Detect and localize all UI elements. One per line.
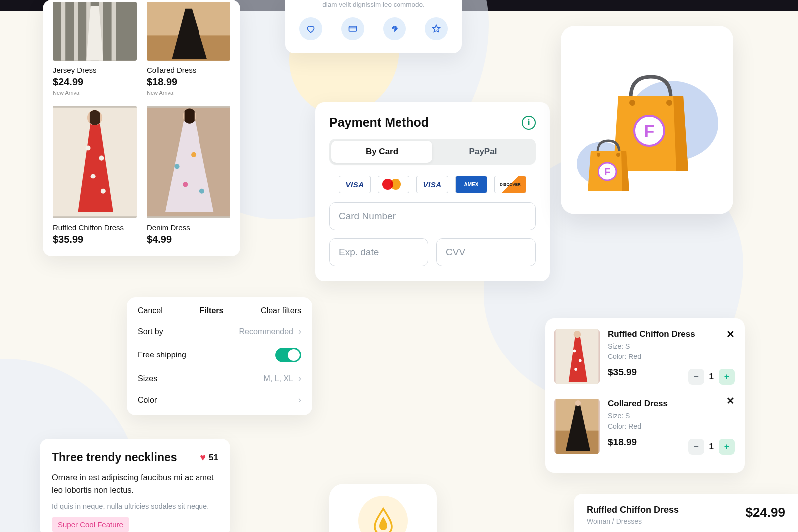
payment-title: Payment Method [329, 115, 429, 130]
product-image [53, 2, 137, 61]
card-number-input[interactable]: Card Number [329, 202, 536, 230]
feature-badge: Super Cool Feature [52, 517, 129, 532]
article-card: Three trendy necklines ♥51 Ornare in est… [40, 439, 230, 532]
quantity-stepper: − 1 + [688, 369, 735, 385]
product-name: Collared Dress [147, 66, 230, 74]
card-pay-button[interactable] [341, 17, 364, 40]
card-brand-logos: VISA VISA AMEX DISCOVER [329, 176, 536, 193]
payment-tabs: By Card PayPal [329, 139, 536, 165]
product-name: Jersey Dress [53, 66, 137, 74]
filter-row-color[interactable]: Color › [138, 395, 301, 405]
qty-value: 1 [709, 442, 714, 452]
product-image [147, 2, 230, 61]
svg-point-39 [575, 400, 581, 406]
info-button[interactable]: i [522, 116, 536, 130]
product-price: $18.99 [147, 76, 230, 88]
svg-point-17 [183, 182, 188, 187]
color-label: Color [138, 396, 157, 405]
sizes-value: M, L, XL [263, 374, 293, 383]
cart-item-color: Color: Red [608, 353, 641, 360]
amex-logo: AMEX [455, 176, 487, 193]
svg-point-16 [191, 152, 196, 157]
likes-counter[interactable]: ♥51 [200, 452, 218, 463]
favorite-button[interactable] [299, 17, 322, 40]
qty-plus-button[interactable]: + [719, 439, 735, 455]
product-card[interactable]: Ruffled Chiffon Dress $35.99 [53, 106, 137, 245]
cart-item-name: Collared Dress [608, 399, 736, 409]
exp-date-input[interactable]: Exp. date [329, 238, 428, 266]
chevron-right-icon: › [298, 395, 301, 405]
article-subtext: Id quis in neque, nulla ultricies sodale… [52, 502, 218, 510]
qty-minus-button[interactable]: − [688, 369, 704, 385]
clear-filters-button[interactable]: Clear filters [261, 306, 301, 315]
svg-point-11 [91, 174, 96, 179]
remove-item-button[interactable]: ✕ [726, 395, 735, 407]
star-icon [431, 24, 441, 34]
svg-point-22 [629, 100, 635, 106]
product-detail-bar: Ruffled Chiffon Dress Woman / Dresses $2… [574, 494, 798, 532]
payment-method-card: Payment Method i By Card PayPal VISA VIS… [315, 102, 550, 281]
quantity-stepper: − 1 + [688, 439, 735, 455]
shopping-bag-illustration: F F [561, 26, 733, 214]
cart-item-name: Ruffled Chiffon Dress [608, 329, 736, 339]
cart-card: Ruffled Chiffon Dress Size: SColor: Red … [545, 318, 745, 473]
product-card[interactable]: Denim Dress $4.99 [147, 106, 230, 245]
likes-count: 51 [209, 453, 218, 463]
visa-electron-logo: VISA [416, 176, 448, 193]
product-price: $24.99 [53, 76, 137, 88]
svg-point-35 [574, 368, 577, 371]
filter-row-sizes[interactable]: Sizes M, L, XL› [138, 373, 301, 384]
cvv-input[interactable]: CVV [436, 238, 536, 266]
visa-logo: VISA [339, 176, 371, 193]
product-grid-card: Jersey Dress $24.99 New Arrival Collared… [43, 0, 240, 256]
heart-icon: ♥ [200, 452, 206, 463]
svg-rect-20 [349, 26, 357, 31]
filter-row-shipping: Free shipping [138, 348, 301, 362]
svg-point-12 [101, 189, 106, 194]
cart-item-image [554, 329, 600, 384]
svg-point-23 [666, 100, 672, 106]
qty-minus-button[interactable]: − [688, 439, 704, 455]
qty-plus-button[interactable]: + [719, 369, 735, 385]
free-shipping-label: Free shipping [138, 351, 186, 359]
free-shipping-toggle[interactable] [275, 348, 301, 362]
remove-item-button[interactable]: ✕ [726, 328, 735, 340]
svg-point-36 [574, 331, 581, 338]
bag-small-icon: F [584, 130, 633, 194]
product-name: Ruffled Chiffon Dress [587, 505, 679, 515]
tab-by-card[interactable]: By Card [331, 141, 432, 163]
promo-card [329, 484, 437, 532]
card-caption: diam velit dignissim leo commodo. [297, 1, 450, 8]
sizes-label: Sizes [138, 374, 157, 383]
product-tag: New Arrival [53, 90, 137, 96]
svg-point-28 [616, 153, 620, 157]
filter-row-sort[interactable]: Sort by Recommended› [138, 326, 301, 337]
cancel-button[interactable]: Cancel [138, 306, 163, 315]
product-price: $35.99 [53, 234, 137, 245]
cart-item-size: Size: S [608, 412, 630, 420]
product-card[interactable]: Jersey Dress $24.99 New Arrival [53, 2, 137, 96]
star-button[interactable] [425, 17, 448, 40]
fingerprint-button[interactable] [383, 17, 406, 40]
article-body: Ornare in est adipiscing faucibus mi ac … [52, 471, 218, 496]
heart-icon [306, 24, 316, 34]
svg-point-27 [597, 153, 600, 157]
article-title: Three trendy necklines [52, 451, 177, 464]
cart-item-color: Color: Red [608, 422, 641, 430]
product-name: Ruffled Chiffon Dress [53, 223, 137, 232]
product-card[interactable]: Collared Dress $18.99 New Arrival [147, 2, 230, 96]
svg-text:F: F [644, 121, 655, 140]
info-icon: i [528, 118, 530, 128]
cart-item-size: Size: S [608, 342, 630, 350]
tab-paypal[interactable]: PayPal [432, 141, 534, 163]
chevron-right-icon: › [298, 326, 301, 337]
cart-item-image [554, 399, 600, 454]
product-category: Woman / Dresses [587, 517, 679, 525]
qty-value: 1 [709, 372, 714, 382]
svg-point-10 [99, 156, 104, 161]
product-price: $4.99 [147, 234, 230, 245]
svg-rect-2 [74, 2, 78, 61]
product-image [147, 106, 230, 218]
cart-item: Ruffled Chiffon Dress Size: SColor: Red … [554, 327, 736, 394]
svg-rect-5 [112, 2, 116, 61]
